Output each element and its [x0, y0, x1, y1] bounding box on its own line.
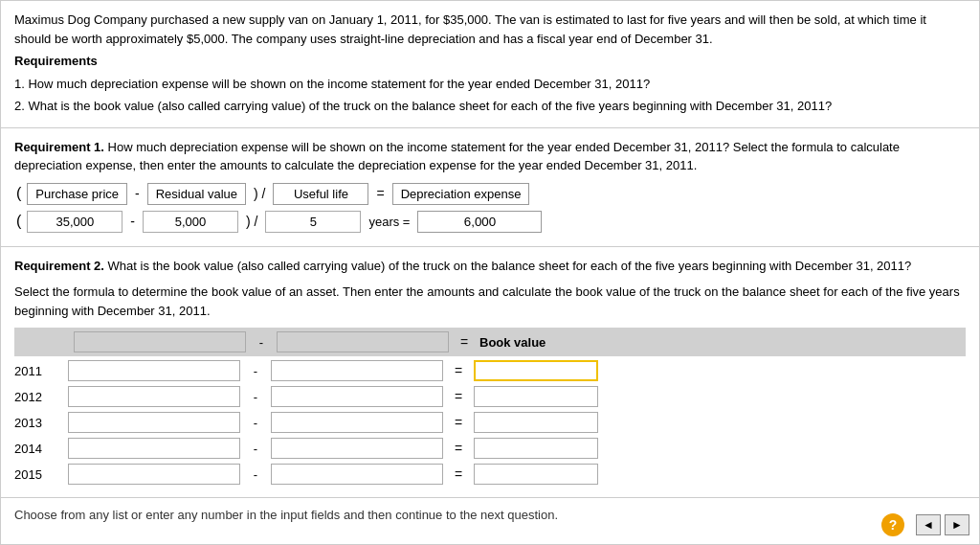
next-button[interactable]: ►	[945, 514, 969, 535]
requirement2-section: Requirement 2. What is the book value (a…	[1, 247, 979, 498]
req2-text: 2. What is the book value (also called c…	[14, 97, 966, 116]
divide-op-1: ) /	[250, 186, 269, 201]
bv-result-2011[interactable]	[474, 360, 598, 381]
intro-text: Maximus Dog Company purchased a new supp…	[14, 11, 966, 48]
bv-row-2014: 2014 - =	[14, 438, 966, 459]
req2-desc2: Select the formula to determine the book…	[14, 283, 966, 320]
bv-col2-2013[interactable]	[271, 412, 443, 433]
footer-text: Choose from any list or enter any number…	[14, 508, 558, 522]
col2-header-input[interactable]	[277, 331, 449, 352]
bv-year-2012: 2012	[14, 390, 62, 404]
bv-row-2012: 2012 - =	[14, 386, 966, 407]
bv-minus-2012: -	[246, 390, 265, 404]
minus-op-1: -	[131, 186, 144, 201]
bv-year-2015: 2015	[14, 467, 62, 482]
book-value-header-label: Book value	[479, 335, 546, 350]
useful-life-label: Useful life	[273, 183, 368, 205]
bv-equals-2013: =	[449, 415, 468, 430]
header-equals: =	[455, 334, 474, 350]
bv-result-2015[interactable]	[474, 464, 598, 485]
book-value-rows: 2011 - = 2012 - = 2013 - = 2014 - =	[14, 360, 966, 485]
col1-header-input[interactable]	[74, 331, 246, 352]
req1-description: Requirement 1. How much depreciation exp…	[14, 138, 966, 175]
intro-section: Maximus Dog Company purchased a new supp…	[1, 1, 979, 128]
useful-life-input[interactable]	[265, 211, 361, 233]
req1-text: 1. How much depreciation expense will be…	[14, 75, 966, 94]
bv-year-2011: 2011	[14, 364, 62, 378]
years-label: years =	[365, 215, 413, 229]
bv-year-2013: 2013	[14, 416, 62, 430]
req2-description: Requirement 2. What is the book value (a…	[14, 257, 966, 276]
bv-col2-2015[interactable]	[271, 464, 443, 485]
bv-minus-2013: -	[246, 416, 265, 430]
bv-minus-2014: -	[246, 442, 265, 456]
bv-col2-2011[interactable]	[271, 360, 443, 381]
bv-col2-2012[interactable]	[271, 386, 443, 407]
bv-result-2014[interactable]	[474, 438, 598, 459]
equals-op-1: =	[372, 186, 388, 201]
bv-equals-2011: =	[449, 363, 468, 378]
bv-equals-2014: =	[449, 441, 468, 456]
bv-col2-2014[interactable]	[271, 438, 443, 459]
prev-button[interactable]: ◄	[916, 514, 941, 535]
bv-minus-2015: -	[246, 467, 265, 482]
purchase-price-input[interactable]	[27, 211, 122, 233]
bv-col1-2015[interactable]	[68, 464, 240, 485]
req2-desc1: What is the book value (also called carr…	[108, 259, 912, 273]
footer-bar: Choose from any list or enter any number…	[1, 497, 979, 532]
bv-result-2012[interactable]	[474, 386, 598, 407]
depreciation-expense-input[interactable]	[417, 211, 542, 233]
header-minus: -	[252, 335, 271, 350]
bv-col1-2013[interactable]	[68, 412, 240, 433]
paren-open-1: (	[14, 185, 23, 202]
requirement1-section: Requirement 1. How much depreciation exp…	[1, 128, 979, 247]
bv-col1-2014[interactable]	[68, 438, 240, 459]
col1-header-field[interactable]	[75, 332, 245, 352]
minus-op-2: -	[126, 214, 139, 229]
bv-row-2013: 2013 - =	[14, 412, 966, 433]
formula-header-row: ( Purchase price - Residual value ) / Us…	[14, 183, 966, 205]
bv-year-2014: 2014	[14, 442, 62, 456]
col2-header-field[interactable]	[278, 332, 448, 352]
residual-value-input[interactable]	[143, 211, 238, 233]
bv-row-2011: 2011 - =	[14, 360, 966, 381]
bv-result-2013[interactable]	[474, 412, 598, 433]
book-value-header: - = Book value	[14, 328, 966, 356]
bv-minus-2011: -	[246, 364, 265, 378]
requirements-title: Requirements	[14, 52, 966, 71]
req2-label: Requirement 2.	[14, 259, 104, 273]
bv-equals-2015: =	[449, 466, 468, 482]
req1-desc-text: How much depreciation expense will be sh…	[14, 140, 900, 173]
bv-equals-2012: =	[449, 389, 468, 404]
nav-buttons: ? ◄ ►	[881, 513, 969, 536]
paren-open-2: (	[14, 213, 23, 230]
purchase-price-label: Purchase price	[27, 183, 127, 205]
req1-label: Requirement 1.	[14, 140, 104, 154]
bv-col1-2012[interactable]	[68, 386, 240, 407]
residual-value-label: Residual value	[147, 183, 246, 205]
help-button[interactable]: ?	[881, 513, 904, 536]
formula-values-row: ( - ) / years =	[14, 211, 966, 233]
depreciation-expense-label: Depreciation expense	[392, 183, 530, 205]
divide-op-2: ) /	[242, 214, 261, 229]
bv-col1-2011[interactable]	[68, 360, 240, 381]
bv-row-2015: 2015 - =	[14, 464, 966, 485]
